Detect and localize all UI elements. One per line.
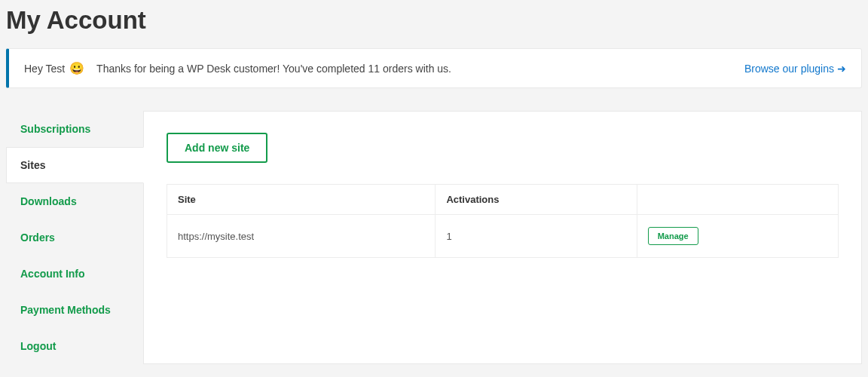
browse-plugins-link[interactable]: Browse our plugins ➜ — [744, 63, 846, 75]
sidebar-item-sites[interactable]: Sites — [6, 147, 144, 183]
table-header-row: Site Activations — [167, 185, 839, 215]
welcome-greeting-rest: Thanks for being a WP Desk customer! You… — [96, 63, 451, 75]
manage-site-button[interactable]: Manage — [648, 227, 698, 245]
sidebar-item-subscriptions[interactable]: Subscriptions — [6, 111, 143, 147]
sites-panel: Add new site Site Activations https://my… — [143, 111, 862, 364]
sidebar-item-label: Sites — [20, 159, 45, 171]
sidebar-item-label: Logout — [20, 340, 56, 352]
table-header-site: Site — [167, 185, 436, 215]
sidebar-item-label: Downloads — [20, 195, 77, 207]
table-header-actions — [637, 185, 838, 215]
sidebar-item-orders[interactable]: Orders — [6, 219, 143, 256]
table-header-activations: Activations — [436, 185, 637, 215]
sidebar-item-label: Account Info — [20, 268, 85, 280]
cell-activations: 1 — [436, 215, 637, 258]
page-title: My Account — [6, 0, 862, 48]
welcome-greeting-prefix: Hey Test — [24, 63, 65, 75]
sidebar-item-logout[interactable]: Logout — [6, 328, 143, 364]
cell-actions: Manage — [637, 215, 838, 258]
table-row: https://mysite.test 1 Manage — [167, 215, 839, 258]
welcome-banner: Hey Test 😀 Thanks for being a WP Desk cu… — [6, 48, 862, 88]
welcome-text: Hey Test 😀 Thanks for being a WP Desk cu… — [24, 61, 451, 75]
sidebar-item-account-info[interactable]: Account Info — [6, 256, 143, 292]
add-new-site-button[interactable]: Add new site — [167, 133, 267, 163]
sidebar-item-payment-methods[interactable]: Payment Methods — [6, 292, 143, 328]
browse-plugins-label: Browse our plugins — [744, 63, 834, 75]
arrow-right-icon: ➜ — [837, 63, 846, 75]
smile-icon: 😀 — [69, 61, 84, 75]
sites-table: Site Activations https://mysite.test 1 M… — [167, 184, 839, 258]
sidebar-item-downloads[interactable]: Downloads — [6, 183, 143, 219]
sidebar-item-label: Payment Methods — [20, 304, 111, 316]
sidebar-item-label: Orders — [20, 231, 55, 244]
account-sidebar: Subscriptions Sites Downloads Orders Acc… — [6, 111, 143, 364]
sidebar-item-label: Subscriptions — [20, 123, 90, 135]
cell-site-url: https://mysite.test — [167, 215, 436, 258]
